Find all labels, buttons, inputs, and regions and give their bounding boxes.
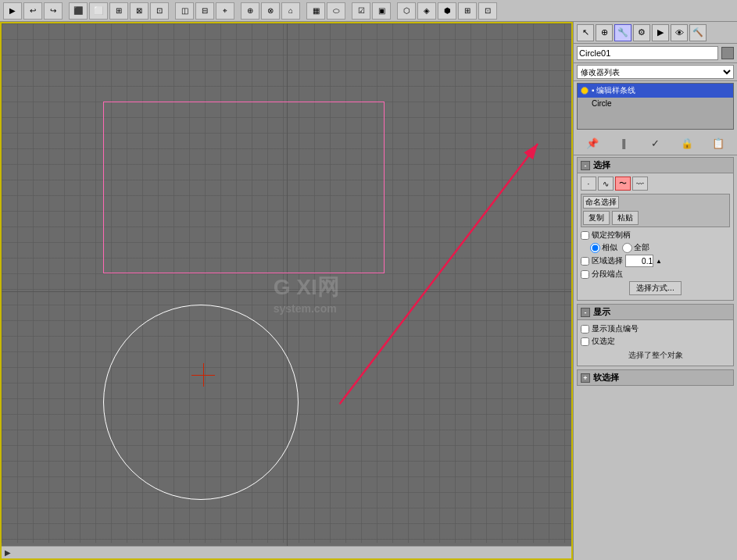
- toolbar-btn-16[interactable]: ⬭: [327, 2, 345, 20]
- soft-select-header[interactable]: + 软选择: [577, 369, 734, 386]
- lock-handle-cb[interactable]: [581, 231, 589, 240]
- panel-icon-motion[interactable]: ▶: [652, 24, 669, 41]
- subobject-icons: · ∿ 〜 〰: [581, 177, 730, 191]
- pin-btn-4[interactable]: 🔒: [678, 134, 696, 152]
- sel-icon-segment[interactable]: ∿: [598, 177, 614, 191]
- modifier-edit-spline[interactable]: ▪ 编辑样条线: [578, 84, 733, 98]
- pin-btn-5[interactable]: 📋: [710, 134, 727, 152]
- named-sel-row: 命名选择: [583, 196, 728, 209]
- sel-icon-wavy[interactable]: 〰: [632, 177, 648, 191]
- modifier-list-row: 修改器列表: [574, 63, 737, 81]
- pin-btn-1[interactable]: 📌: [584, 134, 601, 152]
- toolbar-btn-7[interactable]: ⊠: [130, 2, 148, 20]
- panel-icon-display[interactable]: 👁: [671, 24, 688, 41]
- pin-btn-3[interactable]: ✓: [646, 134, 664, 152]
- panel-icon-utility[interactable]: 🔨: [689, 24, 707, 41]
- selection-title: 选择: [593, 159, 610, 171]
- toolbar-btn-11[interactable]: ⌖: [216, 2, 234, 20]
- toolbar-btn-2[interactable]: ↩: [23, 2, 42, 20]
- all-radio[interactable]: [622, 243, 632, 253]
- toolbar-btn-9[interactable]: ◫: [175, 2, 194, 20]
- show-vertex-label: 显示顶点编号: [592, 323, 639, 334]
- similar-radio-label[interactable]: 相似: [590, 242, 617, 253]
- area-sel-label: 区域选择: [592, 255, 623, 266]
- panel-icon-create[interactable]: ⊕: [596, 24, 613, 41]
- modifier-stack: ▪ 编辑样条线 Circle: [577, 83, 734, 130]
- toolbar-btn-22[interactable]: ⊞: [458, 2, 477, 20]
- toolbar-btn-21[interactable]: ⬢: [438, 2, 456, 20]
- seg-endpoint-label: 分段端点: [592, 269, 623, 280]
- viewport[interactable]: G XI网 system.com ▶: [0, 22, 573, 560]
- area-sel-input[interactable]: [625, 255, 653, 267]
- seg-endpoint-cb[interactable]: [581, 270, 589, 279]
- soft-select-toggle: +: [581, 373, 590, 383]
- toolbar-btn-19[interactable]: ⬡: [397, 2, 416, 20]
- modifier-bulb: [581, 87, 589, 95]
- all-radio-label[interactable]: 全部: [622, 242, 649, 253]
- bottom-arrow-left[interactable]: ▶: [5, 548, 11, 557]
- toolbar-btn-14[interactable]: ⌂: [281, 2, 300, 20]
- sel-icon-vertex[interactable]: ·: [581, 177, 596, 191]
- top-toolbar: ▶ ↩ ↪ ⬛ ⬜ ⊞ ⊠ ⊡ ◫ ⊟ ⌖ ⊕ ⊗ ⌂ ▦ ⬭ ☑ ▣ ⬡ ◈ …: [0, 0, 737, 22]
- selection-section-header[interactable]: - 选择: [578, 158, 733, 173]
- sel-icon-spline[interactable]: 〜: [615, 177, 631, 191]
- show-vertex-cb[interactable]: [581, 325, 589, 334]
- toolbar-btn-13[interactable]: ⊗: [261, 2, 280, 20]
- pin-row: 📌 ‖ ✓ 🔒 📋: [574, 131, 737, 155]
- named-sel-label: 命名选择: [583, 196, 619, 209]
- only-selected-row: 仅选定: [581, 336, 730, 347]
- only-selected-cb[interactable]: [581, 337, 589, 346]
- modifier-circle[interactable]: Circle: [578, 98, 733, 109]
- toolbar-btn-23[interactable]: ⊡: [478, 2, 497, 20]
- only-selected-label: 仅选定: [592, 336, 615, 347]
- area-sel-cb[interactable]: [581, 257, 589, 266]
- toolbar-btn-4[interactable]: ⬛: [69, 2, 88, 20]
- lock-handle-label: 锁定控制柄: [592, 230, 631, 241]
- area-sel-spinner-up[interactable]: ▲: [656, 258, 662, 265]
- panel-icon-hierarchy[interactable]: ⚙: [633, 24, 650, 41]
- toolbar-btn-8[interactable]: ⊡: [150, 2, 169, 20]
- white-circle: [103, 305, 299, 500]
- object-name-row: [574, 44, 737, 63]
- panel-icon-cursor[interactable]: ↖: [577, 24, 594, 41]
- lock-handle-row: 锁定控制柄: [581, 230, 730, 241]
- panel-icon-modify[interactable]: 🔧: [614, 24, 631, 41]
- display-section: - 显示 显示顶点编号 仅选定 选择了整个对象: [577, 304, 734, 366]
- panel-icons-row: ↖ ⊕ 🔧 ⚙ ▶ 👁 🔨: [574, 22, 737, 44]
- show-vertex-row: 显示顶点编号: [581, 323, 730, 334]
- selection-section: - 选择 · ∿ 〜 〰 命名选择 复制 粘贴: [577, 157, 734, 301]
- toolbar-btn-3[interactable]: ↪: [44, 2, 63, 20]
- right-panel: ↖ ⊕ 🔧 ⚙ ▶ 👁 🔨 修改器列表 ▪ 编辑样条线 Cir: [573, 22, 737, 560]
- toolbar-btn-18[interactable]: ▣: [372, 2, 391, 20]
- toolbar-btn-5[interactable]: ⬜: [89, 2, 108, 20]
- toolbar-btn-12[interactable]: ⊕: [241, 2, 259, 20]
- toolbar-btn-10[interactable]: ⊟: [195, 2, 214, 20]
- area-sel-row: 区域选择 ▲: [581, 255, 730, 267]
- main-layout: G XI网 system.com ▶ ↖ ⊕ 🔧 ⚙ ▶ 👁 🔨 修改器列表: [0, 22, 737, 560]
- paste-btn[interactable]: 粘贴: [612, 211, 639, 225]
- toolbar-btn-15[interactable]: ▦: [306, 2, 325, 20]
- display-section-header[interactable]: - 显示: [578, 305, 733, 320]
- selection-toggle: -: [581, 161, 590, 170]
- watermark: G XI网 system.com: [274, 272, 339, 314]
- info-text: 选择了整个对象: [581, 348, 730, 362]
- object-color-swatch[interactable]: [721, 47, 734, 59]
- toolbar-btn-1[interactable]: ▶: [3, 2, 22, 20]
- toolbar-btn-20[interactable]: ◈: [417, 2, 436, 20]
- select-method-btn[interactable]: 选择方式...: [629, 281, 681, 295]
- object-name-input[interactable]: [577, 46, 718, 60]
- display-toggle: -: [581, 308, 590, 317]
- modifier-dropdown[interactable]: 修改器列表: [577, 65, 734, 79]
- pin-btn-2[interactable]: ‖: [615, 134, 632, 152]
- seg-endpoint-row: 分段端点: [581, 269, 730, 280]
- modifier-edit-spline-label: ▪ 编辑样条线: [592, 85, 635, 96]
- viewport-bottom-bar: ▶: [2, 546, 571, 558]
- toolbar-btn-17[interactable]: ☑: [352, 2, 370, 20]
- toolbar-btn-6[interactable]: ⊞: [109, 2, 128, 20]
- soft-select-title: 软选择: [593, 372, 619, 383]
- copy-btn[interactable]: 复制: [583, 211, 610, 225]
- pink-rectangle: [103, 102, 385, 273]
- similar-radio[interactable]: [590, 243, 600, 253]
- display-title: 显示: [593, 306, 610, 318]
- similar-all-row: 相似 全部: [590, 242, 730, 253]
